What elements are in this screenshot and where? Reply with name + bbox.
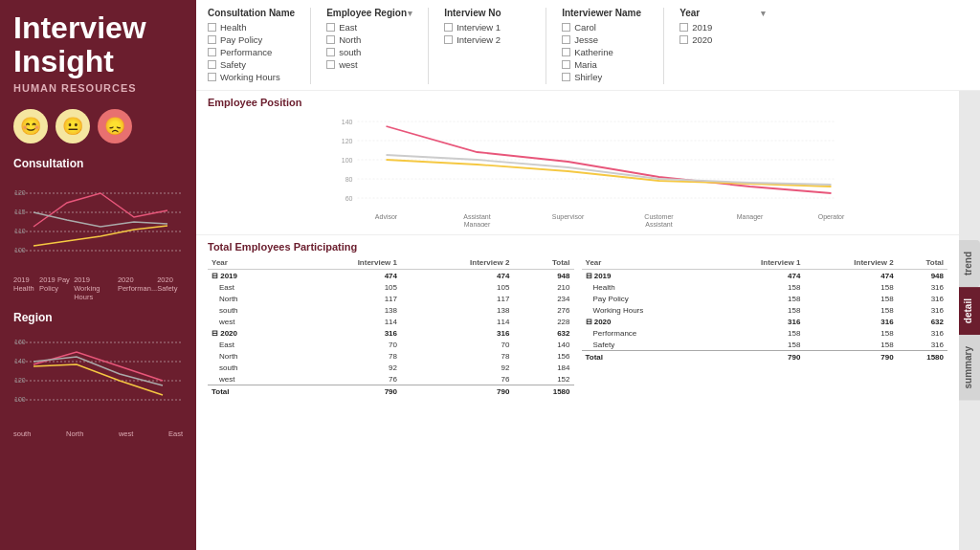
tab-detail[interactable]: detail [959,287,980,335]
svg-text:100: 100 [342,157,353,164]
region-chart-title: Region [13,311,183,324]
tables-row: Year Interview 1 Interview 2 Total ⊟ 201… [208,256,947,397]
filter-item-south[interactable]: south [326,47,412,57]
charts-main: Employee Position 140 120 100 80 60 [196,91,980,550]
filter-year-title[interactable]: Year ▾ [679,8,766,18]
consultation-chart-title: Consultation [13,157,183,170]
filter-consultation-title: Consultation Name [208,8,295,18]
col-total-right: Total [898,256,947,270]
table-row: ⊟ 2019474474948 [582,270,948,282]
col-year-right: Year [582,256,712,270]
filter-consultation: Consultation Name Health Pay Policy Perf… [208,8,295,84]
filter-year: Year ▾ 2019 2020 [679,8,766,84]
svg-text:120: 120 [14,377,26,384]
svg-text:Operator: Operator [818,213,845,221]
emoji-row: 😊 😐 😞 [13,109,183,143]
tables-section: Total Employees Participating Year Inter… [196,235,959,550]
filter-item-shirley[interactable]: Shirley [562,72,648,82]
svg-text:Assistant: Assistant [463,213,490,220]
filter-item-health[interactable]: Health [208,22,295,33]
table-row: Total7907901580 [208,385,574,398]
svg-text:115: 115 [14,209,26,215]
col-year-left: Year [208,256,289,270]
filter-item-working-hours[interactable]: Working Hours [208,72,295,82]
filter-item-2019[interactable]: 2019 [679,22,766,33]
table-row: ⊟ 2019474474948 [208,270,574,282]
main-container: Interview Insight HUMAN RESOURCES 😊 😐 😞 … [0,0,980,550]
table-row: west114114228 [208,316,574,327]
svg-text:Manager: Manager [737,213,764,221]
filter-interviewer-name-title: Interviewer Name [562,8,648,18]
filter-item-carol[interactable]: Carol [562,22,648,33]
sad-emoji[interactable]: 😞 [98,109,132,143]
svg-text:80: 80 [345,176,353,183]
filter-interviewer-name: Interviewer Name Carol Jesse Katherine M… [562,8,648,84]
app-subtitle: HUMAN RESOURCES [13,82,183,94]
col-interview2-left: Interview 2 [401,256,513,270]
svg-text:100: 100 [14,396,26,403]
employee-position-title: Employee Position [208,97,947,108]
filter-item-jesse[interactable]: Jesse [562,34,648,45]
employee-position-section: Employee Position 140 120 100 80 60 [196,91,959,235]
filter-item-interview2[interactable]: Interview 2 [444,34,530,45]
tab-summary[interactable]: summary [959,335,980,400]
filter-item-east[interactable]: East [326,22,412,33]
filter-interview-no-title: Interview No [444,8,530,18]
svg-text:160: 160 [14,339,26,345]
table-row: North7878156 [208,350,574,362]
filter-item-maria[interactable]: Maria [562,59,648,70]
neutral-emoji[interactable]: 😐 [56,109,90,143]
consultation-chart-labels: 2019 Health 2019 Pay Policy 2019 Working… [13,275,183,301]
filter-item-interview1[interactable]: Interview 1 [444,22,530,33]
region-chart-labels: south North west East [13,429,183,438]
filter-employee-region-title[interactable]: Employee Region ▾ [326,8,412,18]
table-row: west7676152 [208,373,574,385]
svg-text:120: 120 [342,138,353,144]
year-dropdown-arrow[interactable]: ▾ [761,9,766,18]
svg-text:Assistant: Assistant [645,221,672,227]
svg-text:140: 140 [342,119,353,125]
table-left: Year Interview 1 Interview 2 Total ⊟ 201… [208,256,574,397]
filter-interview-no: Interview No Interview 1 Interview 2 [444,8,530,84]
consultation-chart: 120 115 110 100 [13,174,183,270]
filter-item-performance[interactable]: Performance [208,47,295,57]
svg-text:60: 60 [345,195,353,202]
filter-item-north[interactable]: North [326,34,412,45]
employee-position-chart: 140 120 100 80 60 Advisor Assistant [208,112,947,227]
tab-trend[interactable]: trend [959,240,980,287]
svg-text:110: 110 [14,228,26,234]
table-row: Total7907901580 [582,351,948,363]
filter-item-pay-policy[interactable]: Pay Policy [208,34,295,45]
content-area: Consultation Name Health Pay Policy Perf… [196,0,980,550]
filters-row: Consultation Name Health Pay Policy Perf… [196,0,980,91]
table-row: ⊟ 2020316316632 [582,316,948,327]
svg-text:Advisor: Advisor [375,213,398,220]
happy-emoji[interactable]: 😊 [13,109,48,143]
svg-text:140: 140 [14,358,26,364]
svg-text:Manager: Manager [464,221,491,227]
table-row: Working Hours158158316 [582,304,948,316]
app-title: Interview Insight [13,11,183,78]
table-row: Pay Policy158158316 [582,293,948,304]
table-row: East105105210 [208,281,574,293]
col-interview1-left: Interview 1 [289,256,401,270]
table-row: Performance158158316 [582,327,948,339]
filter-item-2020[interactable]: 2020 [679,34,766,45]
filter-item-katherine[interactable]: Katherine [562,47,648,57]
region-chart-section: Region 160 140 120 100 south North [13,311,183,438]
side-tabs: trend detail summary [959,91,980,550]
table-row: Safety158158316 [582,339,948,351]
col-interview2-right: Interview 2 [804,256,897,270]
filter-item-safety[interactable]: Safety [208,59,295,70]
consultation-chart-section: Consultation 120 115 110 100 20 [13,157,183,301]
region-dropdown-arrow[interactable]: ▾ [408,9,412,18]
filter-item-west[interactable]: west [326,59,412,70]
svg-text:120: 120 [14,189,26,196]
table-row: ⊟ 2020316316632 [208,327,574,339]
filter-employee-region: Employee Region ▾ East North south west [326,8,412,84]
svg-text:Customer: Customer [644,213,674,220]
region-chart: 160 140 120 100 [13,328,183,424]
table-row: East7070140 [208,339,574,350]
col-interview1-right: Interview 1 [711,256,804,270]
table-row: North117117234 [208,293,574,304]
